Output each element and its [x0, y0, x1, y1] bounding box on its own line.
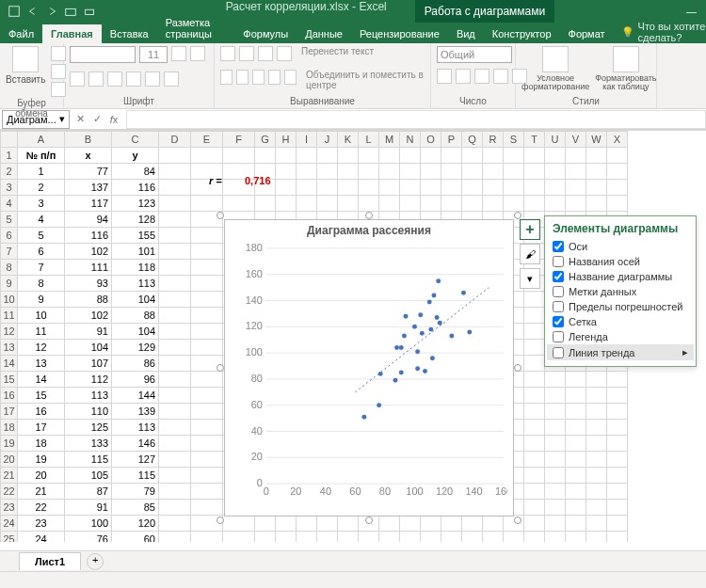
- indent-dec-icon[interactable]: [268, 70, 281, 85]
- indent-inc-icon[interactable]: [284, 70, 297, 85]
- tab-view[interactable]: Вид: [448, 24, 484, 43]
- italic-icon[interactable]: [88, 72, 104, 87]
- col-header[interactable]: P: [441, 132, 462, 148]
- col-header[interactable]: E: [191, 132, 223, 148]
- chevron-down-icon[interactable]: ▾: [59, 113, 65, 125]
- underline-icon[interactable]: [107, 72, 122, 87]
- col-header[interactable]: S: [504, 132, 524, 148]
- align-middle-icon[interactable]: [239, 46, 254, 61]
- col-header[interactable]: U: [545, 132, 566, 148]
- col-header[interactable]: D: [159, 132, 191, 148]
- col-header[interactable]: K: [338, 132, 359, 148]
- svg-rect-0: [9, 7, 20, 17]
- align-left-icon[interactable]: [220, 70, 233, 85]
- tab-formulas[interactable]: Формулы: [234, 24, 297, 43]
- tab-chart-design[interactable]: Конструктор: [484, 24, 560, 43]
- tab-chart-format[interactable]: Формат: [560, 24, 614, 43]
- merge-center-button[interactable]: Объединить и поместить в центре: [306, 70, 425, 90]
- font-color-icon[interactable]: [164, 72, 179, 87]
- inc-decimal-icon[interactable]: [493, 69, 508, 84]
- bold-icon[interactable]: [70, 72, 85, 87]
- fill-color-icon[interactable]: [145, 72, 160, 87]
- chk-trendline[interactable]: Линия тренда▸: [547, 344, 694, 360]
- col-header[interactable]: V: [566, 132, 586, 148]
- new-sheet-button[interactable]: +: [87, 553, 104, 570]
- orientation-icon[interactable]: [277, 46, 292, 61]
- align-bottom-icon[interactable]: [258, 46, 273, 61]
- chart-elements-button[interactable]: +: [520, 219, 540, 240]
- chk-axis-titles[interactable]: Названия осей: [553, 254, 688, 269]
- chk-data-labels[interactable]: Метки данных: [553, 284, 688, 299]
- open-icon[interactable]: [64, 5, 77, 18]
- col-header[interactable]: O: [421, 132, 441, 148]
- col-header[interactable]: Q: [462, 132, 483, 148]
- font-size-select[interactable]: [139, 46, 168, 63]
- col-header[interactable]: L: [359, 132, 379, 148]
- align-right-icon[interactable]: [252, 70, 265, 85]
- enter-formula-icon[interactable]: ✓: [88, 113, 105, 125]
- svg-text:0: 0: [264, 485, 269, 497]
- scatter-chart[interactable]: Диаграмма рассеяния 02040608010012014016…: [224, 219, 514, 516]
- currency-icon[interactable]: [437, 69, 452, 84]
- chevron-right-icon[interactable]: ▸: [682, 346, 688, 358]
- svg-point-53: [393, 378, 397, 383]
- col-header[interactable]: I: [297, 132, 317, 148]
- cancel-formula-icon[interactable]: ✕: [72, 113, 88, 125]
- comma-icon[interactable]: [474, 69, 489, 84]
- col-header[interactable]: W: [586, 132, 607, 148]
- save-icon[interactable]: [8, 5, 21, 18]
- tell-me[interactable]: 💡 Что вы хотите сделать?: [621, 21, 706, 43]
- chk-axes[interactable]: Оси: [553, 239, 688, 254]
- minimize-icon[interactable]: —: [686, 6, 697, 17]
- chart-title[interactable]: Диаграмма рассеяния: [225, 220, 513, 241]
- formula-bar[interactable]: [126, 110, 706, 129]
- decrease-font-icon[interactable]: [190, 46, 205, 61]
- redo-icon[interactable]: [45, 5, 58, 18]
- col-header[interactable]: J: [317, 132, 338, 148]
- col-header[interactable]: F: [223, 132, 255, 148]
- align-center-icon[interactable]: [236, 70, 249, 85]
- fx-icon[interactable]: fx: [105, 114, 122, 125]
- svg-rect-2: [86, 9, 94, 14]
- col-header[interactable]: N: [400, 132, 421, 148]
- font-family-select[interactable]: [70, 46, 136, 63]
- paste-button[interactable]: Вставить: [6, 46, 45, 85]
- chart-plot-area[interactable]: 0204060801001201401601800204060801001201…: [246, 243, 507, 499]
- brush-icon: 🖌: [525, 248, 536, 260]
- tab-data[interactable]: Данные: [297, 24, 351, 43]
- chart-styles-button[interactable]: 🖌: [520, 244, 540, 264]
- name-box[interactable]: Диаграм...▾: [2, 110, 70, 129]
- tab-page-layout[interactable]: Разметка страницы: [157, 13, 235, 43]
- chk-chart-title[interactable]: Название диаграммы: [553, 269, 688, 284]
- conditional-format-button[interactable]: Условное форматирование: [521, 46, 589, 91]
- sheet-tab-1[interactable]: Лист1: [19, 552, 81, 570]
- undo-icon[interactable]: [26, 5, 40, 18]
- col-header[interactable]: C: [112, 132, 159, 148]
- format-as-table-button[interactable]: Форматировать как таблицу: [595, 46, 656, 91]
- tab-home[interactable]: Главная: [42, 24, 102, 43]
- col-header[interactable]: H: [276, 132, 297, 148]
- col-header[interactable]: T: [524, 132, 545, 148]
- align-top-icon[interactable]: [220, 46, 235, 61]
- wrap-text-button[interactable]: Перенести текст: [301, 46, 374, 61]
- number-format-select[interactable]: [437, 46, 512, 63]
- col-header[interactable]: B: [65, 132, 112, 148]
- chk-error-bars[interactable]: Пределы погрешностей: [553, 299, 688, 314]
- col-header[interactable]: R: [483, 132, 504, 148]
- percent-icon[interactable]: [456, 69, 471, 84]
- print-icon[interactable]: [83, 5, 96, 18]
- col-header[interactable]: M: [379, 132, 400, 148]
- tab-review[interactable]: Рецензирование: [351, 24, 448, 43]
- col-header[interactable]: A: [18, 132, 65, 148]
- tab-file[interactable]: Файл: [0, 24, 42, 43]
- col-header[interactable]: X: [607, 132, 628, 148]
- svg-text:0: 0: [257, 477, 263, 488]
- tab-insert[interactable]: Вставка: [102, 24, 157, 43]
- col-header[interactable]: G: [255, 132, 276, 148]
- worksheet-grid[interactable]: ABCDEFGHIJKLMNOPQRSTUVWX1№ п/пxy21778432…: [0, 130, 706, 542]
- chart-filters-button[interactable]: ▾: [520, 268, 540, 289]
- chk-legend[interactable]: Легенда: [553, 329, 688, 344]
- increase-font-icon[interactable]: [171, 46, 186, 61]
- border-icon[interactable]: [126, 72, 141, 87]
- chk-gridlines[interactable]: Сетка: [553, 314, 688, 329]
